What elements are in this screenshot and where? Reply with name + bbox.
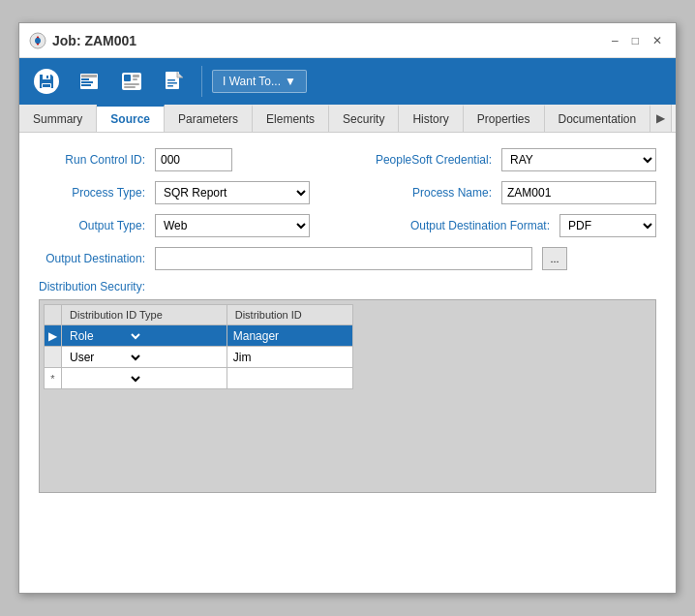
form-content: Run Control ID: PeopleSoft Credential: R… (19, 133, 676, 508)
tab-scroll-right-btn[interactable]: ▶ (650, 105, 672, 132)
action-toolbar-btn[interactable] (114, 64, 149, 99)
close-btn[interactable]: ✕ (649, 34, 666, 47)
tab-parameters[interactable]: Parameters (165, 105, 253, 132)
svg-rect-19 (167, 79, 175, 81)
new-dist-id-cell[interactable] (227, 368, 352, 389)
title-left: Job: ZAM001 (29, 32, 136, 49)
tab-documentation[interactable]: Documentation (545, 105, 651, 132)
want-to-button[interactable]: I Want To... ▼ (212, 70, 307, 93)
output-dest-format-label: Output Destination Format: (395, 219, 550, 232)
svg-rect-13 (124, 75, 131, 81)
dist-id-header: Distribution ID (227, 305, 352, 325)
run-control-id-input[interactable] (155, 148, 232, 171)
window-controls: – □ ✕ (608, 34, 666, 47)
tab-properties[interactable]: Properties (464, 105, 545, 132)
svg-rect-11 (81, 84, 91, 86)
output-type-label: Output Type: (39, 219, 145, 232)
window-title: Job: ZAM001 (52, 33, 136, 48)
tab-bar: Summary Source Parameters Elements Secur… (19, 105, 676, 133)
svg-rect-21 (167, 85, 173, 87)
dist-type-select-2[interactable]: User Role (66, 350, 143, 365)
title-bar: Job: ZAM001 – □ ✕ (19, 23, 676, 58)
row-current-indicator: ▶ (45, 325, 62, 347)
svg-rect-6 (46, 76, 48, 78)
dist-table: Distribution ID Type Distribution ID ▶ R… (44, 304, 353, 389)
report-toolbar-btn[interactable] (157, 64, 192, 99)
svg-rect-10 (81, 81, 93, 83)
tab-source[interactable]: Source (97, 105, 165, 132)
tab-history[interactable]: History (399, 105, 463, 132)
view-toolbar-btn[interactable] (72, 64, 106, 99)
svg-rect-16 (124, 83, 139, 85)
browse-button[interactable]: ... (542, 247, 567, 270)
svg-rect-17 (124, 86, 136, 88)
toolbar-separator (201, 66, 202, 97)
output-type-row: Output Type: Web Output Destination Form… (39, 214, 656, 237)
row-indicator (45, 347, 62, 368)
tab-summary[interactable]: Summary (19, 105, 97, 132)
svg-point-1 (35, 38, 41, 44)
process-type-row: Process Type: SQR Report Process Name: (39, 181, 656, 204)
dist-id-type-cell-2[interactable]: User Role (62, 347, 227, 368)
svg-rect-15 (133, 78, 137, 80)
table-row[interactable]: ▶ Role User Manager (45, 325, 353, 347)
run-control-row: Run Control ID: PeopleSoft Credential: R… (39, 148, 656, 171)
svg-rect-14 (133, 75, 139, 77)
svg-rect-5 (43, 84, 50, 87)
toolbar: I Want To... ▼ (19, 58, 676, 105)
table-new-row: * Role User (45, 368, 353, 389)
main-window: Job: ZAM001 – □ ✕ (18, 22, 677, 594)
dist-arrow-col-header (45, 305, 62, 325)
run-control-id-label: Run Control ID: (39, 153, 145, 167)
dist-id-type-cell[interactable]: Role User (62, 325, 227, 347)
process-type-label: Process Type: (39, 186, 145, 200)
distribution-security-section: Distribution Security: Distribution ID T… (39, 280, 656, 493)
save-toolbar-btn[interactable] (29, 64, 64, 99)
output-destination-label: Output Destination: (39, 252, 145, 265)
svg-rect-9 (81, 78, 89, 80)
want-to-chevron-icon: ▼ (285, 75, 296, 88)
dist-security-label: Distribution Security: (39, 280, 656, 293)
psft-credential-select[interactable]: RAY (501, 148, 656, 171)
dist-id-value-cell-2[interactable]: Jim (227, 347, 352, 368)
svg-rect-8 (81, 75, 97, 77)
tab-security[interactable]: Security (329, 105, 399, 132)
new-row-indicator: * (45, 368, 62, 389)
dist-type-select-1[interactable]: Role User (66, 328, 143, 344)
output-dest-format-select[interactable]: PDF (559, 214, 656, 237)
process-type-select[interactable]: SQR Report (155, 181, 310, 204)
process-name-label: Process Name: (366, 186, 492, 200)
tab-elements[interactable]: Elements (253, 105, 329, 132)
want-to-label: I Want To... (223, 75, 281, 88)
dist-id-type-header: Distribution ID Type (62, 305, 227, 325)
process-name-input[interactable] (501, 181, 656, 204)
dist-id-value-cell[interactable]: Manager (227, 325, 352, 347)
app-icon (29, 32, 46, 49)
minimize-btn[interactable]: – (608, 34, 622, 47)
dist-type-select-new[interactable]: Role User (66, 371, 143, 386)
output-destination-input[interactable] (155, 247, 532, 270)
restore-btn[interactable]: □ (628, 34, 643, 47)
svg-rect-20 (167, 82, 177, 84)
psft-credential-label: PeopleSoft Credential: (366, 153, 492, 167)
table-row[interactable]: User Role Jim (45, 347, 353, 368)
dist-table-container: Distribution ID Type Distribution ID ▶ R… (39, 299, 656, 493)
output-type-select[interactable]: Web (155, 214, 310, 237)
output-destination-row: Output Destination: ... (39, 247, 656, 270)
